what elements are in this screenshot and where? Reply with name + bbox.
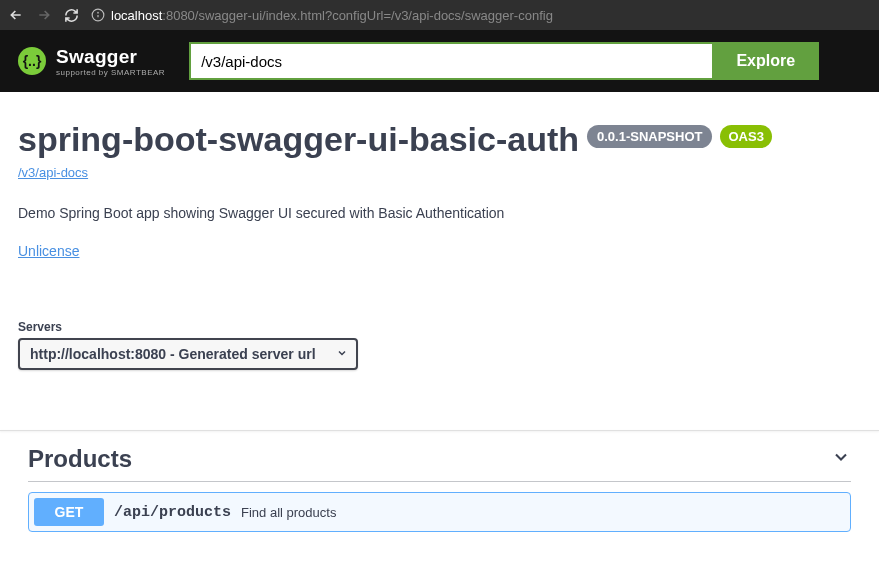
back-button[interactable]: [8, 7, 24, 23]
brand-name: Swagger: [56, 46, 137, 67]
operation-path: /api/products: [114, 504, 231, 521]
tag-header[interactable]: Products: [28, 445, 851, 482]
http-method-badge: GET: [34, 498, 104, 526]
tag-section: Products GET /api/products Find all prod…: [18, 431, 861, 532]
spec-url-input[interactable]: [189, 42, 712, 80]
api-description: Demo Spring Boot app showing Swagger UI …: [18, 205, 861, 221]
oas-badge: OAS3: [720, 125, 771, 148]
explore-button[interactable]: Explore: [712, 42, 819, 80]
api-title: spring-boot-swagger-ui-basic-auth: [18, 120, 579, 159]
api-docs-link[interactable]: /v3/api-docs: [18, 165, 88, 180]
chevron-down-icon: [336, 345, 348, 363]
url-path: :8080/swagger-ui/index.html?configUrl=/v…: [162, 8, 553, 23]
swagger-header: {..} Swagger supported by SMARTBEAR Expl…: [0, 30, 879, 92]
logo[interactable]: {..} Swagger supported by SMARTBEAR: [18, 46, 165, 77]
tag-name: Products: [28, 445, 132, 473]
swagger-logo-icon: {..}: [18, 47, 46, 75]
servers-label: Servers: [18, 320, 861, 334]
chevron-down-icon: [831, 447, 851, 471]
explore-form: Explore: [189, 42, 819, 80]
operation-summary: Find all products: [241, 505, 336, 520]
address-bar[interactable]: localhost:8080/swagger-ui/index.html?con…: [91, 8, 871, 23]
main-content: spring-boot-swagger-ui-basic-auth 0.0.1-…: [0, 92, 879, 400]
version-badge: 0.0.1-SNAPSHOT: [587, 125, 712, 148]
license-link[interactable]: Unlicense: [18, 243, 79, 259]
servers-selected: http://localhost:8080 - Generated server…: [30, 346, 316, 362]
browser-chrome-bar: localhost:8080/swagger-ui/index.html?con…: [0, 0, 879, 30]
operation-block[interactable]: GET /api/products Find all products: [28, 492, 851, 532]
url-host: localhost: [111, 8, 162, 23]
servers-block: Servers http://localhost:8080 - Generate…: [18, 320, 861, 370]
brand-sub: supported by SMARTBEAR: [56, 68, 165, 77]
forward-button[interactable]: [36, 7, 52, 23]
reload-button[interactable]: [64, 8, 79, 23]
svg-point-2: [98, 12, 99, 13]
info-icon: [91, 8, 105, 22]
servers-select[interactable]: http://localhost:8080 - Generated server…: [18, 338, 358, 370]
